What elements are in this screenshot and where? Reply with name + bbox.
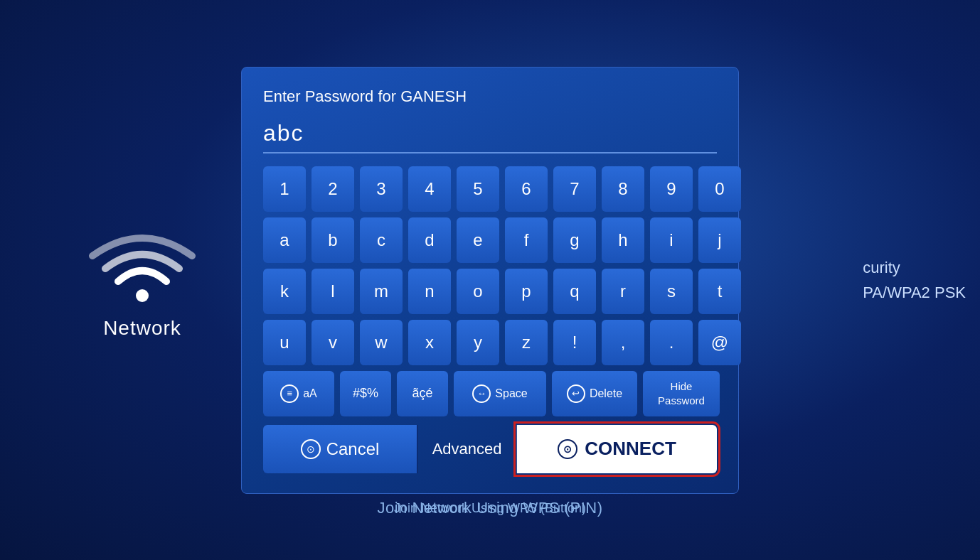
key-k[interactable]: k — [263, 269, 306, 314]
connect-button[interactable]: ⊙ CONNECT — [517, 425, 717, 473]
key-c[interactable]: c — [360, 217, 403, 263]
case-circle-icon: ≡ — [280, 384, 299, 403]
key-g[interactable]: g — [553, 217, 596, 263]
key-d[interactable]: d — [408, 217, 451, 263]
key-q[interactable]: q — [553, 269, 596, 314]
dialog-title: Enter Password for GANESH — [263, 87, 717, 106]
key-n[interactable]: n — [408, 269, 451, 314]
cancel-button[interactable]: ⊙ Cancel — [263, 425, 417, 473]
key-row-kt: k l m n o p q r s t — [263, 269, 717, 314]
key-s[interactable]: s — [650, 269, 693, 314]
right-info-panel: curity PA/WPA2 PSK — [848, 241, 980, 319]
delete-circle-icon: ↩ — [567, 384, 585, 403]
security-label: curity — [863, 255, 966, 280]
key-e[interactable]: e — [457, 217, 499, 263]
action-buttons: ⊙ Cancel Advanced ⊙ CONNECT — [263, 425, 717, 473]
wifi-icon — [85, 220, 199, 306]
key-t[interactable]: t — [698, 269, 741, 314]
wps-button-text: Join Network Using WPS (Button) — [394, 501, 586, 516]
key-symbols[interactable]: #$% — [340, 371, 391, 416]
key-5[interactable]: 5 — [457, 166, 499, 212]
key-y[interactable]: y — [457, 320, 499, 365]
key-7[interactable]: 7 — [553, 166, 596, 212]
key-z[interactable]: z — [505, 320, 548, 365]
key-0[interactable]: 0 — [698, 166, 741, 212]
wifi-label: Network — [103, 317, 181, 340]
key-row-uz: u v w x y z ! , . @ — [263, 320, 717, 365]
svg-point-0 — [136, 289, 149, 302]
key-row-aj: a b c d e f g h i j — [263, 217, 717, 263]
key-j[interactable]: j — [698, 217, 741, 263]
key-period[interactable]: . — [650, 320, 693, 365]
key-m[interactable]: m — [360, 269, 403, 314]
key-v[interactable]: v — [311, 320, 354, 365]
key-a[interactable]: a — [263, 217, 306, 263]
special-key-row: ≡ aA #$% ãçé ↔ Space ↩ Delete Hide Passw… — [263, 371, 717, 416]
key-1[interactable]: 1 — [263, 166, 306, 212]
key-at[interactable]: @ — [698, 320, 741, 365]
key-hide-password[interactable]: Hide Password — [643, 371, 720, 416]
key-delete[interactable]: ↩ Delete — [552, 371, 637, 416]
key-comma[interactable]: , — [602, 320, 644, 365]
password-dialog: Enter Password for GANESH 1 2 3 4 5 6 7 … — [241, 67, 739, 494]
keyboard: 1 2 3 4 5 6 7 8 9 0 a b c d e f g h i j … — [263, 166, 717, 416]
key-9[interactable]: 9 — [650, 166, 693, 212]
key-2[interactable]: 2 — [311, 166, 354, 212]
key-row-numbers: 1 2 3 4 5 6 7 8 9 0 — [263, 166, 717, 212]
key-o[interactable]: o — [457, 269, 499, 314]
wifi-panel: Network — [85, 220, 199, 340]
password-input[interactable] — [263, 116, 717, 154]
key-h[interactable]: h — [602, 217, 644, 263]
key-w[interactable]: w — [360, 320, 403, 365]
cancel-circle-icon: ⊙ — [301, 439, 321, 459]
connect-circle-icon: ⊙ — [558, 439, 577, 459]
key-8[interactable]: 8 — [602, 166, 644, 212]
key-4[interactable]: 4 — [408, 166, 451, 212]
key-accents[interactable]: ãçé — [397, 371, 448, 416]
key-space[interactable]: ↔ Space — [454, 371, 546, 416]
advanced-button[interactable]: Advanced — [417, 425, 517, 473]
security-value: PA/WPA2 PSK — [863, 280, 966, 305]
key-i[interactable]: i — [650, 217, 693, 263]
key-6[interactable]: 6 — [505, 166, 548, 212]
key-case-toggle[interactable]: ≡ aA — [263, 371, 334, 416]
key-r[interactable]: r — [602, 269, 644, 314]
key-l[interactable]: l — [311, 269, 354, 314]
key-exclaim[interactable]: ! — [553, 320, 596, 365]
key-u[interactable]: u — [263, 320, 306, 365]
key-3[interactable]: 3 — [360, 166, 403, 212]
space-circle-icon: ↔ — [472, 384, 491, 403]
key-p[interactable]: p — [505, 269, 548, 314]
key-x[interactable]: x — [408, 320, 451, 365]
key-f[interactable]: f — [505, 217, 548, 263]
key-b[interactable]: b — [311, 217, 354, 263]
